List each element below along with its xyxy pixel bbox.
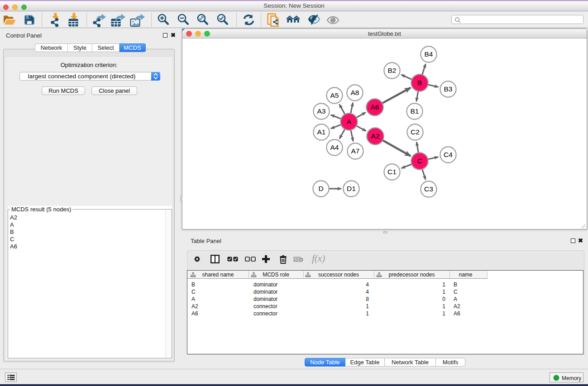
svg-text:A7: A7 — [351, 147, 360, 155]
svg-text:B1: B1 — [411, 107, 419, 115]
svg-text:B4: B4 — [425, 50, 433, 58]
svg-text:C: C — [417, 157, 422, 165]
svg-text:A: A — [347, 118, 352, 125]
svg-text:B: B — [417, 79, 422, 86]
svg-text:B2: B2 — [388, 67, 397, 74]
svg-text:D: D — [318, 185, 323, 192]
svg-text:A5: A5 — [330, 91, 339, 99]
svg-text:B3: B3 — [444, 85, 453, 93]
svg-text:A6: A6 — [371, 103, 379, 111]
svg-text:A1: A1 — [317, 128, 326, 136]
svg-text:A8: A8 — [351, 89, 359, 96]
svg-text:A4: A4 — [330, 143, 339, 151]
svg-text:C4: C4 — [444, 151, 453, 158]
svg-text:A2: A2 — [371, 132, 380, 140]
svg-text:A3: A3 — [317, 107, 326, 115]
svg-text:C2: C2 — [411, 128, 420, 136]
svg-text:C1: C1 — [387, 168, 397, 176]
svg-text:C3: C3 — [424, 185, 433, 193]
svg-text:D1: D1 — [347, 185, 356, 192]
